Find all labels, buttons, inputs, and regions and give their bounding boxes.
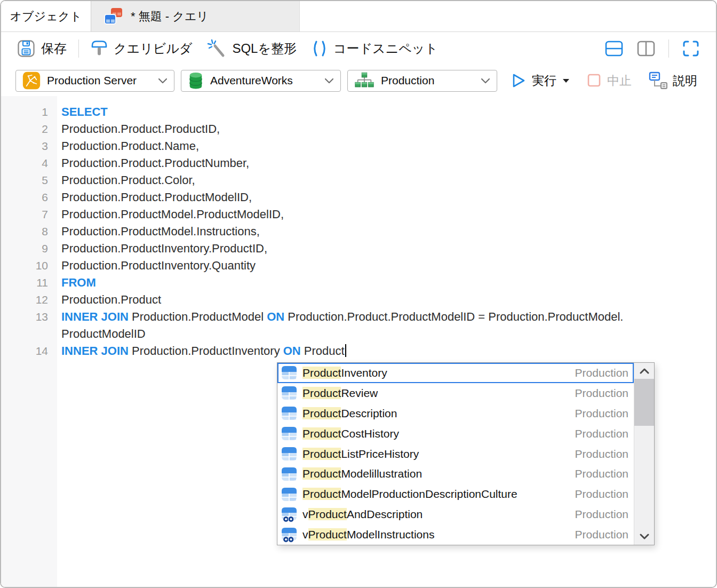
line-number: 9 (1, 240, 48, 257)
code-line: 8Production.ProductModel.Instructions, (1, 223, 716, 240)
database-select[interactable]: AdventureWorks (181, 70, 341, 92)
autocomplete-item-schema: Production (575, 367, 634, 379)
autocomplete-item-name: vProductModelInstructions (302, 528, 434, 541)
scrollbar-thumb[interactable] (634, 379, 654, 426)
chevron-down-icon (158, 77, 168, 84)
autocomplete-item-schema: Production (575, 387, 634, 400)
server-select[interactable]: Production Server (15, 70, 174, 92)
server-select-value: Production Server (47, 74, 152, 87)
sql-editor[interactable]: 1SELECT2Production.Product.ProductID,3Pr… (1, 96, 716, 587)
autocomplete-item[interactable]: ProductModelProductionDescriptionCulture… (277, 484, 634, 504)
code-line: 11FROM (1, 274, 716, 291)
autocomplete-item[interactable]: vProductModelInstructionsProduction (277, 525, 634, 545)
code-snippet-button[interactable]: コードスニペット (312, 40, 438, 57)
table-icon (281, 467, 297, 481)
code-text: Production.ProductModel.Instructions, (61, 223, 260, 240)
autocomplete-list: ProductInventoryProduction ProductReview… (277, 363, 634, 545)
code-text: SELECT (61, 104, 108, 121)
schema-select[interactable]: Production (347, 70, 497, 92)
autocomplete-item[interactable]: ProductReviewProduction (277, 383, 634, 403)
view-icon (281, 507, 297, 522)
autocomplete-item-name: ProductModelillustration (302, 467, 422, 480)
code-line: 13INNER JOIN Production.ProductModel ON … (1, 308, 716, 325)
tab-query[interactable]: * 無題 - クエリ (91, 1, 300, 31)
split-vertical-button[interactable] (636, 39, 656, 58)
match-highlight: Product (308, 508, 347, 520)
table-icon (281, 386, 297, 400)
code-line: 5Production.Product.Color, (1, 172, 716, 189)
split-horizontal-button[interactable] (604, 39, 624, 58)
beautify-sql-button[interactable]: SQLを整形 (207, 39, 297, 58)
run-dropdown-caret[interactable] (563, 79, 569, 83)
save-icon (17, 39, 35, 58)
line-number: 4 (1, 155, 48, 172)
autocomplete-item[interactable]: ProductListPriceHistoryProduction (277, 444, 634, 464)
autocomplete-item-name: ProductReview (302, 387, 378, 400)
line-number: 3 (1, 138, 48, 155)
explain-label: 説明 (673, 73, 697, 89)
stop-icon (586, 73, 602, 89)
match-highlight: Product (302, 387, 341, 399)
autocomplete-item[interactable]: ProductDescriptionProduction (277, 403, 634, 424)
line-number: 10 (1, 257, 48, 274)
table-icon (281, 406, 297, 420)
tab-bar-filler (300, 1, 716, 31)
connection-bar: Production Server AdventureWorks (1, 65, 716, 96)
code-text: FROM (61, 274, 96, 291)
toolbar-right-group (604, 39, 700, 58)
code-line: 9Production.ProductInventory.ProductID, (1, 240, 716, 257)
table-icon (281, 487, 297, 502)
run-label: 実行 (532, 73, 556, 89)
autocomplete-item-schema: Production (575, 528, 634, 541)
explain-button[interactable]: 説明 (649, 71, 697, 90)
text-cursor (345, 344, 346, 357)
schema-icon (354, 72, 375, 90)
match-highlight: Product (302, 367, 341, 379)
code-text: Production.ProductInventory.ProductID, (61, 240, 267, 257)
code-line: 7Production.ProductModel.ProductModelID, (1, 206, 716, 223)
autocomplete-item[interactable]: ProductModelillustrationProduction (277, 464, 634, 484)
autocomplete-item-schema: Production (575, 467, 634, 480)
code-snippet-label: コードスニペット (333, 40, 438, 57)
autocomplete-item[interactable]: ProductInventoryProduction (277, 363, 634, 383)
toolbar-separator (78, 39, 79, 58)
code-line: 2Production.Product.ProductID, (1, 121, 716, 138)
schema-select-value: Production (381, 74, 474, 87)
fullscreen-button[interactable] (682, 39, 700, 58)
code-text: Production.ProductModel.ProductModelID, (61, 206, 284, 223)
code-text: ProductModelID (61, 325, 146, 343)
code-line: 1SELECT (1, 104, 716, 121)
scroll-down-button[interactable] (634, 529, 654, 545)
scroll-down-icon (639, 534, 650, 540)
code-text: Production.Product.ProductNumber, (61, 155, 249, 172)
code-line: 3Production.Product.Name, (1, 138, 716, 155)
autocomplete-item-schema: Production (575, 427, 634, 440)
code-text: Production.ProductInventory.Quantity (61, 257, 256, 274)
autocomplete-scrollbar[interactable] (634, 363, 654, 545)
line-number: 5 (1, 172, 48, 189)
beautify-sql-label: SQLを整形 (232, 40, 297, 57)
save-button[interactable]: 保存 (17, 39, 67, 58)
table-icon (281, 426, 297, 441)
database-select-value: AdventureWorks (210, 74, 318, 87)
autocomplete-item[interactable]: ProductCostHistoryProduction (277, 424, 634, 444)
line-number (1, 325, 48, 343)
autocomplete-item[interactable]: vProductAndDescriptionProduction (277, 504, 634, 525)
code-text: INNER JOIN Production.ProductModel ON Pr… (61, 308, 623, 325)
scroll-up-button[interactable] (634, 363, 654, 379)
autocomplete-item-name: vProductAndDescription (302, 508, 423, 521)
autocomplete-item-schema: Production (575, 448, 634, 460)
query-builder-button[interactable]: クエリビルダ (91, 39, 192, 58)
autocomplete-item-name: ProductCostHistory (302, 427, 399, 440)
match-highlight: Product (302, 448, 341, 460)
line-number: 14 (1, 343, 48, 360)
line-number: 13 (1, 308, 48, 325)
tab-bar: オブジェクト * 無題 - クエリ (1, 1, 716, 32)
code-text: Production.Product (61, 291, 161, 308)
toolbar-separator (668, 39, 669, 58)
code-line: 10Production.ProductInventory.Quantity (1, 257, 716, 274)
explain-icon (649, 71, 668, 90)
tab-objects[interactable]: オブジェクト (1, 1, 91, 31)
stop-button: 中止 (586, 73, 632, 89)
run-button[interactable]: 実行 (510, 72, 569, 89)
